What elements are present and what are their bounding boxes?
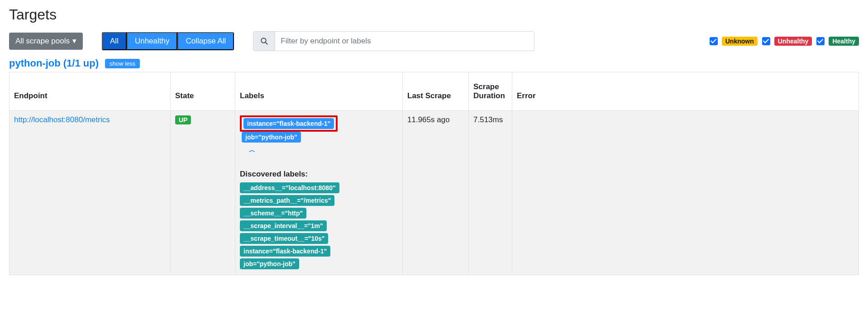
segment-collapse-all[interactable]: Collapse All <box>177 32 234 50</box>
segment-unhealthy[interactable]: Unhealthy <box>127 32 178 50</box>
checkbox-unhealthy[interactable] <box>762 37 770 45</box>
page-title: Targets <box>9 6 859 23</box>
cell-endpoint: http://localhost:8080/metrics <box>10 111 171 275</box>
highlighted-label: instance="flask-backend-1" <box>240 115 338 132</box>
job-title-link[interactable]: python-job (1/1 up) <box>9 57 99 69</box>
table-header-row: Endpoint State Labels Last Scrape Scrape… <box>10 72 859 111</box>
discovered-label: __scrape_timeout__="10s" <box>240 233 328 244</box>
pill-unhealthy: Unhealthy <box>774 37 812 46</box>
discovered-label: __scheme__="http" <box>240 208 306 219</box>
pill-unknown: Unknown <box>722 37 758 46</box>
caret-down-icon: ▾ <box>72 36 76 46</box>
collapse-labels-icon[interactable]: ︿ <box>249 146 255 154</box>
job-header: python-job (1/1 up) show less <box>9 57 859 69</box>
discovered-label: instance="flask-backend-1" <box>240 246 330 257</box>
state-badge: UP <box>175 115 191 124</box>
pill-healthy: Healthy <box>829 37 859 46</box>
table-row: http://localhost:8080/metrics UP instanc… <box>10 111 859 275</box>
discovered-label: __address__="localhost:8080" <box>240 182 339 193</box>
svg-line-1 <box>265 42 267 44</box>
toolbar: All scrape pools ▾ All Unhealthy Collaps… <box>9 31 859 51</box>
label-job: job="python-job" <box>242 132 301 143</box>
scrape-pools-label: All scrape pools <box>15 36 70 46</box>
scrape-pools-dropdown[interactable]: All scrape pools ▾ <box>9 33 83 50</box>
th-last: Last Scrape <box>403 72 469 111</box>
th-endpoint: Endpoint <box>10 72 171 111</box>
checkbox-unknown[interactable] <box>710 37 718 45</box>
th-duration: Scrape Duration <box>469 72 512 111</box>
label-instance: instance="flask-backend-1" <box>243 118 334 129</box>
th-state: State <box>171 72 235 111</box>
search-field <box>253 31 534 51</box>
cell-duration: 7.513ms <box>469 111 512 275</box>
filter-segment: All Unhealthy Collapse All <box>102 32 234 50</box>
endpoint-link[interactable]: http://localhost:8080/metrics <box>14 115 110 124</box>
th-error: Error <box>512 72 859 111</box>
show-less-button[interactable]: show less <box>105 59 140 68</box>
discovered-label: job="python-job" <box>240 258 299 269</box>
discovered-labels-title: Discovered labels: <box>240 170 398 179</box>
cell-last-scrape: 11.965s ago <box>403 111 469 275</box>
targets-table: Endpoint State Labels Last Scrape Scrape… <box>9 72 859 275</box>
discovered-label: __metrics_path__="/metrics" <box>240 195 334 206</box>
cell-state: UP <box>171 111 235 275</box>
cell-labels: instance="flask-backend-1" job="python-j… <box>235 111 403 275</box>
discovered-label: __scrape_interval__="1m" <box>240 220 327 231</box>
search-icon <box>253 32 275 51</box>
checkbox-healthy[interactable] <box>816 37 825 45</box>
segment-all[interactable]: All <box>102 32 127 50</box>
th-labels: Labels <box>235 72 403 111</box>
search-input[interactable] <box>275 32 534 51</box>
health-filters: Unknown Unhealthy Healthy <box>708 36 859 47</box>
cell-error <box>512 111 859 275</box>
